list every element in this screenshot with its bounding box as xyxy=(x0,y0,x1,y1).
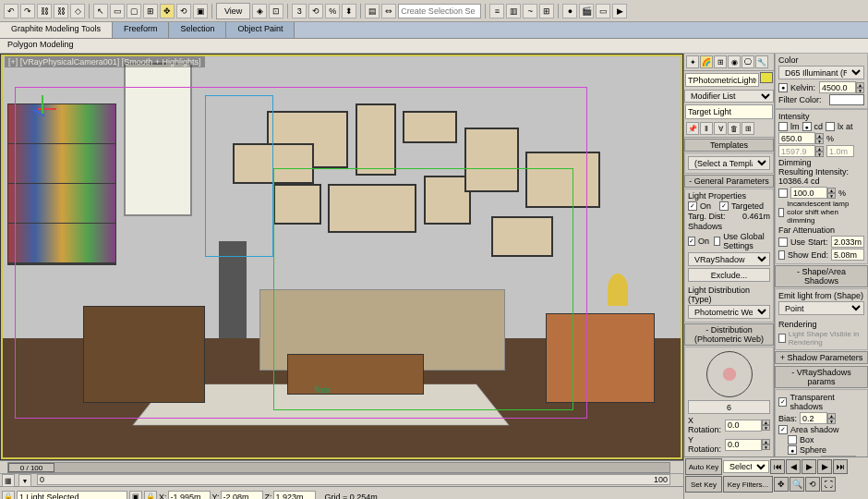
lux-dist-spinner[interactable] xyxy=(778,145,815,157)
emit-shape-dropdown[interactable]: Point xyxy=(778,301,864,315)
viewport-nav-icon[interactable]: ✥ xyxy=(774,477,789,492)
object-color-swatch[interactable] xyxy=(760,72,773,83)
isolate-icon[interactable]: ▣ xyxy=(129,491,142,500)
redo-icon[interactable]: ↷ xyxy=(20,4,35,18)
prev-frame-icon[interactable]: ◀ xyxy=(786,459,801,474)
select-region-icon[interactable]: ▢ xyxy=(127,4,141,18)
view-dropdown[interactable]: View xyxy=(216,3,250,19)
incand-checkbox[interactable] xyxy=(778,208,784,217)
track-bar-icon[interactable]: ▦ xyxy=(2,474,15,487)
y-rotation-spinner[interactable] xyxy=(725,439,762,451)
modifier-list-dropdown[interactable]: Modifier List xyxy=(684,90,774,103)
gizmo-x-axis[interactable] xyxy=(38,108,56,110)
named-sel-icon[interactable]: ▤ xyxy=(365,4,380,18)
transform-gizmo[interactable] xyxy=(29,95,56,123)
lock-icon[interactable]: 🔒 xyxy=(2,491,15,500)
utilities-tab-icon[interactable]: 🔧 xyxy=(755,55,768,68)
lx-radio[interactable] xyxy=(826,122,835,131)
area-shadow-checkbox[interactable]: ✓ xyxy=(778,425,788,434)
time-slider-track[interactable]: 0 / 100 xyxy=(7,462,670,473)
atten-use-checkbox[interactable] xyxy=(778,237,788,247)
ruler-track[interactable]: 0 100 xyxy=(37,474,670,485)
next-frame-icon[interactable]: ▶ xyxy=(817,459,832,474)
web-rollout[interactable]: - Distribution (Photometric Web) xyxy=(684,323,774,346)
kelvin-radio[interactable]: ● xyxy=(778,83,788,92)
selection-set-input[interactable] xyxy=(398,4,481,18)
ribbon-subpanel[interactable]: Polygon Modeling xyxy=(0,39,868,54)
show-end-icon[interactable]: Ⅱ xyxy=(700,122,713,135)
auto-key-button[interactable]: Auto Key xyxy=(685,458,722,475)
move-icon[interactable]: ✥ xyxy=(160,4,175,18)
coord-z-input[interactable] xyxy=(273,491,316,500)
link-icon[interactable]: ⛓ xyxy=(37,4,52,18)
tab-object-paint[interactable]: Object Paint xyxy=(226,22,295,38)
object-name-input[interactable] xyxy=(685,73,759,87)
distribution-dropdown[interactable]: Photometric Web xyxy=(688,305,770,319)
vray-shadows-rollout[interactable]: - VRayShadows params xyxy=(775,366,868,388)
modify-tab-icon[interactable]: 🌈 xyxy=(700,55,713,68)
sphere-radio[interactable]: ● xyxy=(788,445,797,455)
curve-editor-icon[interactable]: ~ xyxy=(523,4,537,18)
display-tab-icon[interactable]: 🖵 xyxy=(741,55,754,68)
lm-radio[interactable] xyxy=(778,122,788,131)
layers-icon[interactable]: ▥ xyxy=(506,4,521,18)
time-slider-handle[interactable]: 0 / 100 xyxy=(8,463,54,472)
box-radio[interactable] xyxy=(788,435,797,444)
render-frame-icon[interactable]: ▭ xyxy=(596,4,610,18)
align-icon[interactable]: ≡ xyxy=(489,4,504,18)
templates-rollout[interactable]: Templates xyxy=(684,139,774,152)
light-visible-checkbox[interactable] xyxy=(778,334,786,343)
schematic-icon[interactable]: ⊞ xyxy=(539,4,554,18)
modifier-stack[interactable]: Target Light xyxy=(685,104,773,119)
motion-tab-icon[interactable]: ◉ xyxy=(728,55,741,68)
shadow-on-checkbox[interactable]: ✓ xyxy=(688,237,695,246)
viewport-label[interactable]: [+] [VRayPhysicalCamera001] [Smooth + Hi… xyxy=(5,56,205,67)
unique-icon[interactable]: ∀ xyxy=(714,122,727,135)
bias-spinner[interactable] xyxy=(800,412,827,424)
intensity-spinner[interactable] xyxy=(778,132,815,144)
set-key-button[interactable]: Set Key xyxy=(685,476,722,493)
gizmo-y-axis[interactable] xyxy=(42,95,43,114)
x-rotation-spinner[interactable] xyxy=(725,420,762,432)
unlink-icon[interactable]: ⛓ xyxy=(54,4,68,18)
filter-icon[interactable]: ▾ xyxy=(18,474,31,487)
pivot-icon[interactable]: ⊡ xyxy=(269,4,283,18)
goto-start-icon[interactable]: ⏮ xyxy=(770,459,785,474)
kelvin-spinner[interactable] xyxy=(819,81,856,93)
key-mode-dropdown[interactable]: Selected xyxy=(723,460,769,473)
select-icon[interactable]: ↖ xyxy=(93,4,108,18)
material-editor-icon[interactable]: ● xyxy=(562,4,577,18)
hierarchy-tab-icon[interactable]: ⊞ xyxy=(714,55,727,68)
configure-icon[interactable]: ⊞ xyxy=(741,122,754,135)
spinner-snap-icon[interactable]: ⬍ xyxy=(342,4,356,18)
ref-coord-icon[interactable]: ◈ xyxy=(252,4,267,18)
photometric-web-preview[interactable] xyxy=(693,351,766,397)
render-icon[interactable]: ▶ xyxy=(612,4,627,18)
undo-icon[interactable]: ↶ xyxy=(4,4,18,18)
mirror-icon[interactable]: ⇔ xyxy=(381,4,396,18)
atten-end-spinner[interactable] xyxy=(831,249,864,261)
remove-mod-icon[interactable]: 🗑 xyxy=(728,122,741,135)
viewport[interactable]: [+] [VRayPhysicalCamera001] [Smooth + Hi… xyxy=(0,54,683,460)
scale-icon[interactable]: ▣ xyxy=(193,4,208,18)
tab-freeform[interactable]: Freeform xyxy=(113,22,170,38)
light-on-checkbox[interactable]: ✓ xyxy=(688,201,697,211)
bind-icon[interactable]: ◇ xyxy=(70,4,85,18)
dimming-checkbox[interactable] xyxy=(778,189,788,198)
atten-show-checkbox[interactable] xyxy=(778,250,785,260)
dimming-spinner[interactable] xyxy=(790,187,827,199)
atten-start-spinner[interactable] xyxy=(831,236,864,248)
tab-selection[interactable]: Selection xyxy=(169,22,226,38)
tab-graphite[interactable]: Graphite Modeling Tools xyxy=(0,22,113,38)
coord-y-input[interactable] xyxy=(221,491,263,500)
global-settings-checkbox[interactable] xyxy=(714,237,720,246)
template-select[interactable]: (Select a Template) xyxy=(688,156,770,170)
window-crossing-icon[interactable]: ⊞ xyxy=(143,4,158,18)
render-setup-icon[interactable]: 🎬 xyxy=(579,4,594,18)
key-filters-button[interactable]: Key Filters... xyxy=(723,476,773,493)
selection-lock-icon[interactable]: 🔒 xyxy=(144,491,157,500)
general-params-rollout[interactable]: - General Parameters xyxy=(684,175,774,188)
snap-icon[interactable]: 3 xyxy=(292,4,307,18)
cd-radio[interactable]: ● xyxy=(802,122,812,131)
shadow-type-dropdown[interactable]: VRayShadow xyxy=(688,252,770,266)
